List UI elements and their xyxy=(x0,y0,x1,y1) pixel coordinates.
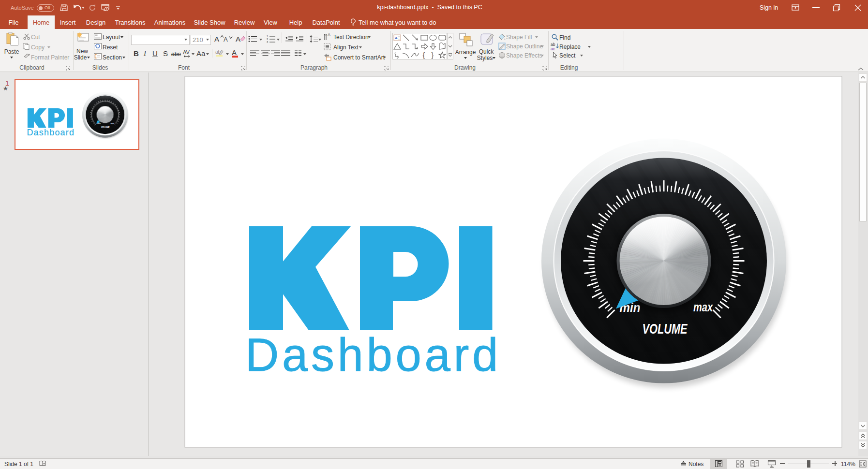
svg-text:A: A xyxy=(328,32,330,37)
svg-text:3: 3 xyxy=(267,41,268,44)
svg-text:AV: AV xyxy=(183,49,190,55)
svg-text:{: { xyxy=(422,51,425,59)
svg-text:A: A xyxy=(395,36,398,40)
svg-text:}: } xyxy=(432,51,434,59)
svg-text:ac: ac xyxy=(551,46,555,51)
